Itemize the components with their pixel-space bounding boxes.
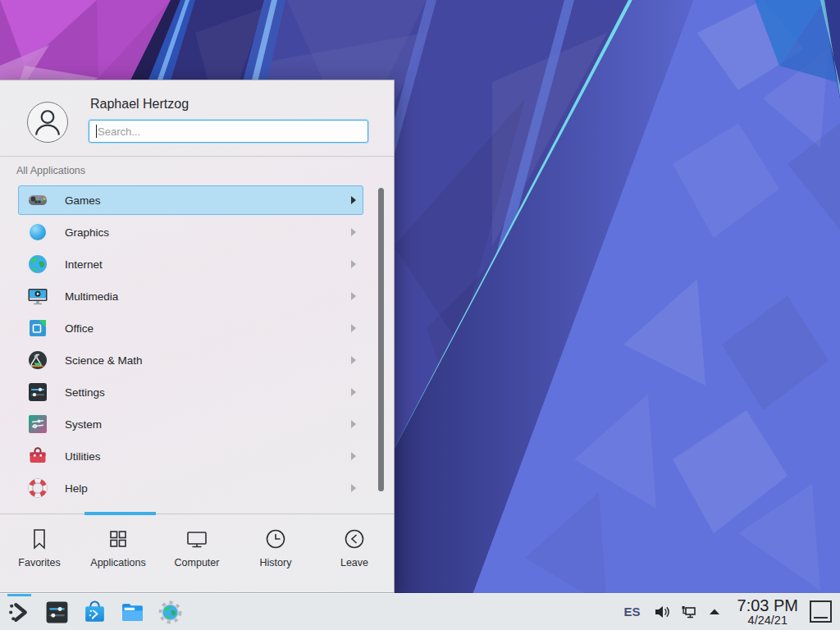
digital-clock[interactable]: 7:03 PM 4/24/21 xyxy=(737,597,798,626)
launcher-header: Raphael Hertzog xyxy=(0,80,394,157)
tab-label: Leave xyxy=(340,557,368,568)
app-launcher-icon[interactable] xyxy=(0,594,38,630)
user-name: Raphael Hertzog xyxy=(90,97,189,112)
monitor-icon xyxy=(185,527,209,551)
clock-time: 7:03 PM xyxy=(737,597,798,614)
submenu-arrow-icon xyxy=(351,260,356,268)
submenu-arrow-icon xyxy=(351,324,356,332)
search-input[interactable] xyxy=(89,120,368,143)
category-label: Help xyxy=(65,482,88,495)
submenu-arrow-icon xyxy=(351,228,356,236)
tab-applications[interactable]: Applications xyxy=(79,514,158,592)
list-item[interactable]: Help xyxy=(18,473,363,503)
tab-label: Applications xyxy=(90,557,145,568)
list-item[interactable]: Games xyxy=(18,185,363,215)
submenu-arrow-icon xyxy=(351,196,356,204)
active-task-indicator xyxy=(7,594,31,596)
category-label: Science & Math xyxy=(65,354,143,367)
system-tray: ES 7:03 PM 4/24/21 xyxy=(624,597,840,626)
clock-icon xyxy=(263,527,288,551)
keyboard-layout-indicator[interactable]: ES xyxy=(624,605,641,619)
globe-icon xyxy=(27,253,48,275)
submenu-arrow-icon xyxy=(351,452,356,460)
taskbar-panel: ES 7:03 PM 4/24/21 xyxy=(0,593,840,630)
office-icon xyxy=(27,317,48,339)
list-item[interactable]: Graphics xyxy=(18,217,363,247)
clock-date: 4/24/21 xyxy=(737,614,798,627)
tab-leave[interactable]: Leave xyxy=(315,514,394,592)
application-launcher-menu: Raphael Hertzog All Applications GamesGr… xyxy=(0,80,395,593)
leave-icon xyxy=(342,527,367,551)
person-icon xyxy=(30,104,66,140)
user-avatar[interactable] xyxy=(27,102,68,143)
active-tab-indicator xyxy=(84,512,156,515)
settings-icon xyxy=(27,381,48,403)
submenu-arrow-icon xyxy=(351,388,356,396)
discover-icon[interactable] xyxy=(75,594,113,630)
utilities-icon xyxy=(27,445,48,467)
tray-icons xyxy=(652,602,731,622)
submenu-arrow-icon xyxy=(351,420,356,428)
launcher-tab-bar: FavoritesApplicationsComputerHistoryLeav… xyxy=(0,514,394,592)
list-item[interactable]: Internet xyxy=(18,249,363,279)
grid-icon xyxy=(106,527,130,551)
category-label: Internet xyxy=(65,258,103,271)
bookmark-icon xyxy=(27,527,52,551)
desktop: Raphael Hertzog All Applications GamesGr… xyxy=(0,0,840,630)
file-manager-icon[interactable] xyxy=(113,594,151,630)
list-item[interactable]: Science & Math xyxy=(18,345,363,375)
category-label: Settings xyxy=(65,386,105,399)
category-label: Multimedia xyxy=(65,290,118,303)
text-caret xyxy=(96,125,97,138)
tab-computer[interactable]: Computer xyxy=(158,514,236,592)
category-label: System xyxy=(65,418,102,431)
scrollbar[interactable] xyxy=(378,188,384,491)
volume-icon[interactable] xyxy=(652,602,672,622)
submenu-arrow-icon xyxy=(351,484,356,492)
gamepad-icon xyxy=(27,189,48,211)
category-label: Games xyxy=(65,194,101,207)
show-desktop-button[interactable] xyxy=(810,600,832,623)
tab-favorites[interactable]: Favorites xyxy=(0,514,79,592)
graphics-icon xyxy=(27,221,48,243)
taskbar-apps xyxy=(0,594,189,630)
category-label: Graphics xyxy=(65,226,109,239)
science-icon xyxy=(27,349,48,371)
category-list: GamesGraphicsInternetMultimediaOfficeSci… xyxy=(0,183,394,515)
submenu-arrow-icon xyxy=(351,356,356,364)
section-label: All Applications xyxy=(16,165,85,176)
expand-arrow-icon[interactable] xyxy=(705,602,724,622)
multimedia-icon xyxy=(27,285,48,307)
list-item[interactable]: Multimedia xyxy=(18,281,363,311)
category-label: Office xyxy=(65,322,94,335)
system-settings-icon[interactable] xyxy=(38,594,75,630)
list-item[interactable]: System xyxy=(18,409,363,439)
help-icon xyxy=(27,477,48,499)
submenu-arrow-icon xyxy=(351,292,356,300)
category-label: Utilities xyxy=(65,450,101,463)
list-item[interactable]: Settings xyxy=(18,377,363,407)
tab-label: History xyxy=(260,557,292,568)
tab-label: Computer xyxy=(175,557,220,568)
network-icon[interactable] xyxy=(678,602,698,622)
tab-label: Favorites xyxy=(18,557,60,568)
web-browser-icon[interactable] xyxy=(151,594,189,630)
tab-history[interactable]: History xyxy=(236,514,315,592)
list-item[interactable]: Office xyxy=(18,313,363,343)
list-item[interactable]: Utilities xyxy=(18,441,363,471)
system-icon xyxy=(27,413,48,435)
